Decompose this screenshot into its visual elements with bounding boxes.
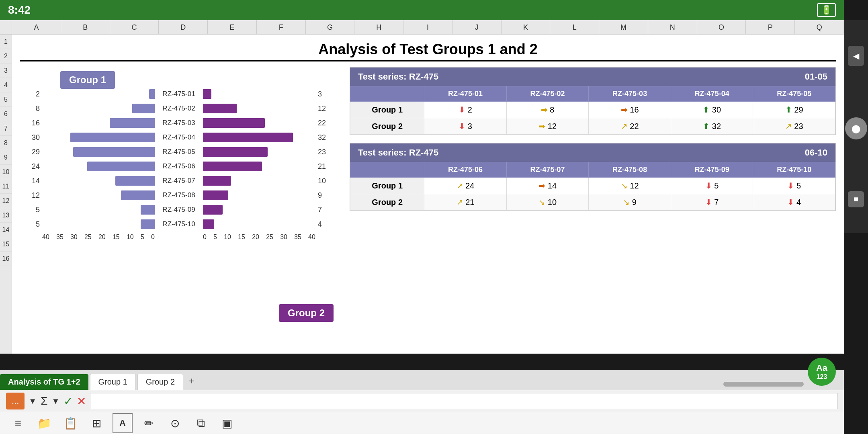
row-12[interactable]: 12 [0, 194, 12, 208]
bar-row-07: 14 RZ-475-07 10 [20, 174, 338, 188]
bottom-tabs: Analysis of TG 1+2 Group 1 Group 2 + [0, 370, 844, 390]
col-rz47502: RZ-475-02 [506, 86, 589, 102]
data-table-1: RZ-475-01 RZ-475-02 RZ-475-03 RZ-475-04 … [350, 86, 835, 135]
row-2[interactable]: 2 [0, 49, 12, 63]
col-header-a[interactable]: A [12, 20, 61, 34]
aa-badge[interactable]: Aa 123 [808, 358, 836, 386]
chart-table-area: Group 1 2 RZ-475-01 3 [12, 63, 844, 346]
tab-analysis[interactable]: Analysis of TG 1+2 [0, 374, 88, 390]
x-axis-left: 40 35 30 25 20 15 10 5 0 [42, 233, 155, 241]
table2-group1-row: Group 1 ↗ 24 ➡ 14 ↘ 12 ⬇ 5 ⬇ 5 [350, 178, 835, 194]
x-axis: 40 35 30 25 20 15 10 5 0 0 [20, 233, 338, 241]
cell-ref-button[interactable]: ... [6, 393, 25, 409]
test-table-2: Test series: RZ-475 06-10 RZ-475-06 RZ-4… [350, 143, 836, 211]
time-display: 8:42 [8, 4, 31, 16]
col-header-m[interactable]: M [599, 20, 648, 34]
col-rz47507: RZ-475-07 [506, 162, 589, 178]
col-header-k[interactable]: K [502, 20, 551, 34]
confirm-button[interactable]: ✓ [63, 395, 73, 408]
bar-row-04: 30 RZ-475-04 32 [20, 131, 338, 144]
row-8[interactable]: 8 [0, 136, 12, 150]
col-header-d[interactable]: D [159, 20, 208, 34]
window-button[interactable]: ▣ [217, 413, 237, 433]
row-14[interactable]: 14 [0, 223, 12, 237]
row-7[interactable]: 7 [0, 121, 12, 136]
row-1[interactable]: 1 [0, 35, 12, 49]
menu-button[interactable]: ≡ [8, 413, 28, 433]
col-header-h[interactable]: H [354, 20, 403, 34]
table1-col-headers: RZ-475-01 RZ-475-02 RZ-475-03 RZ-475-04 … [350, 86, 835, 102]
table-button[interactable]: ⊞ [86, 413, 106, 433]
col-header-o[interactable]: O [697, 20, 746, 34]
bar-chart: Group 1 2 RZ-475-01 3 [20, 67, 338, 342]
row-16[interactable]: 16 [0, 252, 12, 266]
col-header-f[interactable]: F [257, 20, 306, 34]
col-header-e[interactable]: E [208, 20, 257, 34]
table1-group2-row: Group 2 ⬇ 3 ➡ 12 ↗ 22 ⬆ 32 ↗ 23 [350, 118, 835, 135]
cancel-button[interactable]: ✕ [77, 395, 86, 408]
shape-button[interactable]: ⊙ [165, 413, 185, 433]
col-header-n[interactable]: N [648, 20, 697, 34]
col-rz47501: RZ-475-01 [424, 86, 507, 102]
main-content: Analysis of Test Groups 1 and 2 Group 1 … [12, 35, 844, 354]
scroll-thumb[interactable] [723, 382, 804, 387]
row-4[interactable]: 4 [0, 78, 12, 92]
col-rz47505: RZ-475-05 [753, 86, 835, 102]
row-5[interactable]: 5 [0, 92, 12, 107]
col-header-l[interactable]: L [550, 20, 599, 34]
row-3[interactable]: 3 [0, 63, 12, 78]
table2-header: Test series: RZ-475 06-10 [350, 143, 835, 162]
test-table-1: Test series: RZ-475 01-05 RZ-475-01 RZ-4… [350, 67, 836, 135]
battery-icon: 🔋 [817, 3, 836, 17]
row-15[interactable]: 15 [0, 237, 12, 252]
sigma-button[interactable]: Σ [41, 395, 47, 407]
group-col-header2 [350, 162, 424, 178]
col-header-c[interactable]: C [110, 20, 159, 34]
table1-group1-row: Group 1 ⬇ 2 ➡ 8 ➡ 16 ⬆ 30 ⬆ 29 [350, 102, 835, 118]
col-rz47506: RZ-475-06 [424, 162, 507, 178]
row-6[interactable]: 6 [0, 107, 12, 121]
clipboard-button[interactable]: 📋 [60, 413, 80, 433]
group1-label: Group 1 [60, 71, 115, 89]
col-header-b[interactable]: B [61, 20, 110, 34]
col-header-i[interactable]: I [403, 20, 452, 34]
tab-group2[interactable]: Group 2 [137, 374, 183, 390]
col-header-j[interactable]: J [452, 20, 502, 34]
bar-row-08: 12 RZ-475-08 9 [20, 188, 338, 202]
aa-text: Aa [816, 363, 827, 373]
row-9[interactable]: 9 [0, 150, 12, 165]
row-numbers: 1 2 3 4 5 6 7 8 9 10 11 12 13 14 15 16 [0, 35, 12, 354]
sigma-dropdown[interactable]: ▼ [51, 397, 59, 406]
add-tab-button[interactable]: + [183, 372, 200, 390]
tables-area: Test series: RZ-475 01-05 RZ-475-01 RZ-4… [350, 67, 836, 342]
table2-col-headers: RZ-475-06 RZ-475-07 RZ-475-08 RZ-475-09 … [350, 162, 835, 178]
font-button[interactable]: A [113, 413, 133, 433]
column-headers: A B C D E F G H I J K L M N O P Q [0, 20, 844, 35]
aa-number: 123 [817, 373, 827, 381]
cell-ref-dropdown[interactable]: ▼ [29, 397, 37, 406]
bar-row-05: 29 RZ-475-05 23 [20, 145, 338, 159]
table1-header: Test series: RZ-475 01-05 [350, 68, 835, 86]
col-rz47510: RZ-475-10 [753, 162, 835, 178]
col-rz47503: RZ-475-03 [589, 86, 671, 102]
col-header-g[interactable]: G [306, 20, 355, 34]
bar-row-06: 24 RZ-475-06 21 [20, 160, 338, 173]
corner-cell [0, 20, 12, 34]
draw-button[interactable]: ✏ [139, 413, 159, 433]
col-rz47509: RZ-475-09 [671, 162, 753, 178]
col-header-p[interactable]: P [746, 20, 795, 34]
bar-row-02: 8 RZ-475-02 12 [20, 102, 338, 115]
formula-bar: ... ▼ Σ ▼ ✓ ✕ [0, 390, 844, 412]
row-11[interactable]: 11 [0, 179, 12, 194]
formula-input[interactable] [90, 393, 838, 409]
tab-group1[interactable]: Group 1 [90, 374, 136, 390]
row-10[interactable]: 10 [0, 165, 12, 179]
bar-row-01: 2 RZ-475-01 3 [20, 87, 338, 101]
back-button[interactable]: ◀ [848, 46, 864, 66]
home-button[interactable]: ⬤ [845, 117, 867, 139]
copy-button[interactable]: ⧉ [191, 413, 211, 433]
recent-button[interactable]: ■ [848, 191, 864, 207]
row-13[interactable]: 13 [0, 208, 12, 223]
col-header-q[interactable]: Q [795, 20, 844, 34]
folder-button[interactable]: 📁 [34, 413, 54, 433]
